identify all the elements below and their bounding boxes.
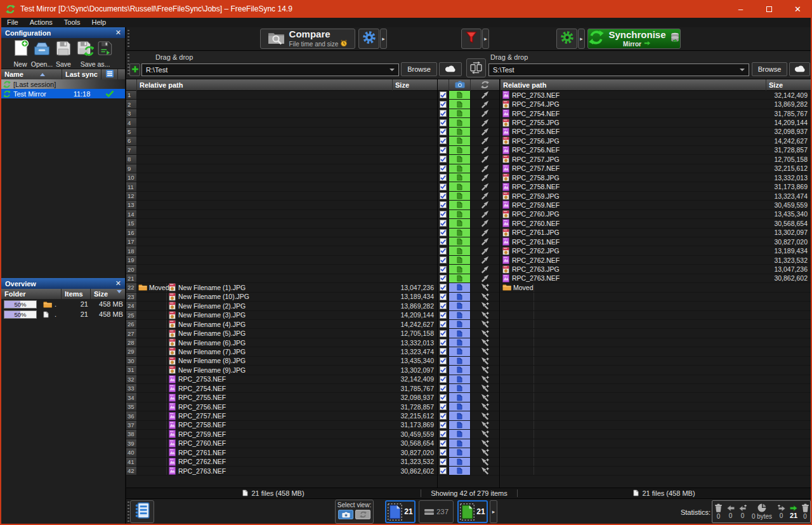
table-row[interactable]: 38RPC_2759.NEF30,459,559 — [126, 430, 437, 439]
view-filter-dropdown[interactable]: ▸ — [490, 500, 497, 523]
filter-dropdown[interactable]: ▸ — [482, 29, 489, 49]
minimize-button[interactable]: – — [726, 0, 755, 18]
table-row[interactable]: RPC_2755.NEF32,098,937 — [501, 128, 811, 136]
row-checkbox[interactable] — [440, 449, 447, 456]
middle-row[interactable] — [438, 146, 499, 155]
table-row[interactable]: 22MovedNew Filename (1).JPG13,047,236 — [126, 283, 437, 292]
row-checkbox[interactable] — [440, 312, 447, 319]
sync-action-cell[interactable] — [449, 237, 471, 246]
table-row[interactable]: 12 — [126, 192, 437, 201]
table-row[interactable]: 10 — [126, 173, 437, 182]
view-filter-doc-green-button[interactable]: 21 — [457, 500, 488, 523]
table-row[interactable]: 14 — [126, 210, 437, 219]
table-row[interactable] — [501, 439, 811, 448]
sync-action-cell[interactable] — [449, 293, 471, 301]
middle-row[interactable] — [438, 375, 499, 384]
table-row[interactable]: 41RPC_2762.NEF31,323,532 — [126, 458, 437, 467]
table-row[interactable]: RPC_2755.JPG14,209,144 — [501, 118, 811, 127]
row-checkbox[interactable] — [440, 238, 447, 245]
add-folder-pair-button[interactable] — [129, 63, 140, 76]
table-row[interactable]: RPC_2757.JPG12,705,158 — [501, 155, 811, 164]
middle-row[interactable] — [438, 421, 499, 430]
sync-settings-dropdown[interactable]: ▸ — [578, 29, 585, 49]
middle-row[interactable] — [438, 155, 499, 164]
table-row[interactable]: RPC_2763.JPG13,047,236 — [501, 265, 811, 274]
sync-action-cell[interactable] — [449, 302, 471, 310]
table-row[interactable]: RPC_2762.NEF31,323,532 — [501, 256, 811, 265]
middle-row[interactable] — [438, 458, 499, 467]
sync-action-cell[interactable] — [449, 338, 471, 347]
sync-action-cell[interactable] — [449, 118, 471, 126]
table-row[interactable] — [501, 302, 811, 310]
row-checkbox[interactable] — [440, 339, 447, 346]
table-row[interactable]: RPC_2754.JPG13,869,282 — [501, 100, 811, 109]
table-row[interactable]: 4 — [126, 118, 437, 127]
overview-row[interactable]: 50%.21458 MB — [1, 300, 125, 310]
view-filter-equal-button[interactable]: 237 — [419, 500, 454, 523]
row-checkbox[interactable] — [440, 110, 447, 117]
table-row[interactable] — [501, 467, 811, 475]
sync-action-cell[interactable] — [449, 347, 471, 356]
table-row[interactable]: 27New Filename (5).JPG12,705,158 — [126, 329, 437, 338]
table-row[interactable]: 30New Filename (8).JPG13,435,340 — [126, 357, 437, 366]
middle-row[interactable] — [438, 329, 499, 338]
right-relative-path-header[interactable]: Relative path — [501, 79, 766, 91]
action-view-button[interactable] — [471, 79, 499, 91]
table-row[interactable] — [501, 311, 811, 320]
table-row[interactable]: 23New Filename (10).JPG13,189,434 — [126, 293, 437, 302]
table-row[interactable]: RPC_2760.JPG13,435,340 — [501, 210, 811, 219]
table-row[interactable] — [501, 393, 811, 402]
save-as-config-button[interactable]: width="15" height="15" viewBox="0 0 16 1… — [75, 39, 95, 60]
table-row[interactable]: 19 — [126, 256, 437, 265]
middle-row[interactable] — [438, 302, 499, 310]
row-checkbox[interactable] — [440, 430, 447, 437]
column-header-last-sync[interactable]: Last sync — [62, 69, 102, 79]
middle-row[interactable] — [438, 91, 499, 100]
table-row[interactable] — [501, 384, 811, 393]
table-row[interactable]: 17 — [126, 237, 437, 246]
sync-action-cell[interactable] — [449, 329, 471, 337]
row-checkbox[interactable] — [440, 413, 447, 420]
table-row[interactable]: 21 — [126, 274, 437, 283]
table-row[interactable] — [501, 338, 811, 347]
close-button[interactable]: ✕ — [783, 0, 812, 18]
category-view-toggle[interactable] — [338, 510, 353, 519]
row-checkbox[interactable] — [440, 330, 447, 337]
row-checkbox[interactable] — [440, 220, 447, 227]
table-row[interactable]: RPC_2753.NEF32,142,409 — [501, 91, 811, 100]
save-config-button[interactable] — [53, 39, 74, 60]
sync-action-cell[interactable] — [449, 366, 471, 374]
table-row[interactable] — [501, 411, 811, 420]
row-checkbox[interactable] — [440, 385, 447, 392]
sync-action-cell[interactable] — [449, 458, 471, 466]
middle-row[interactable] — [438, 347, 499, 356]
left-size-header[interactable]: Size — [393, 79, 437, 91]
row-checkbox[interactable] — [440, 192, 447, 199]
right-browse-button[interactable]: Browse — [752, 62, 787, 76]
table-row[interactable]: Moved — [501, 283, 811, 292]
right-cloud-button[interactable] — [789, 62, 810, 76]
row-checkbox[interactable] — [440, 275, 447, 282]
sync-action-cell[interactable] — [449, 393, 471, 401]
open-config-button[interactable] — [32, 39, 52, 60]
right-path-input[interactable]: S:\Test — [488, 63, 749, 76]
sync-action-cell[interactable] — [449, 320, 471, 328]
middle-row[interactable] — [438, 182, 499, 191]
synchronise-button[interactable]: Synchronise Mirror — [587, 29, 681, 49]
row-checkbox[interactable] — [440, 147, 447, 154]
table-row[interactable] — [501, 347, 811, 356]
middle-row[interactable] — [438, 128, 499, 136]
table-row[interactable]: 42RPC_2763.NEF30,862,602 — [126, 467, 437, 475]
row-checkbox[interactable] — [440, 376, 447, 383]
table-row[interactable] — [501, 375, 811, 384]
save-as-batch-button[interactable] — [95, 39, 115, 60]
middle-row[interactable] — [438, 229, 499, 237]
sync-action-cell[interactable] — [449, 311, 471, 319]
middle-row[interactable] — [438, 164, 499, 173]
config-row[interactable]: Test Mirror11:18 — [1, 89, 125, 98]
row-checkbox[interactable] — [440, 248, 447, 255]
middle-row[interactable] — [438, 201, 499, 209]
row-checkbox[interactable] — [440, 91, 447, 98]
sync-action-cell[interactable] — [449, 246, 471, 255]
middle-row[interactable] — [438, 430, 499, 439]
